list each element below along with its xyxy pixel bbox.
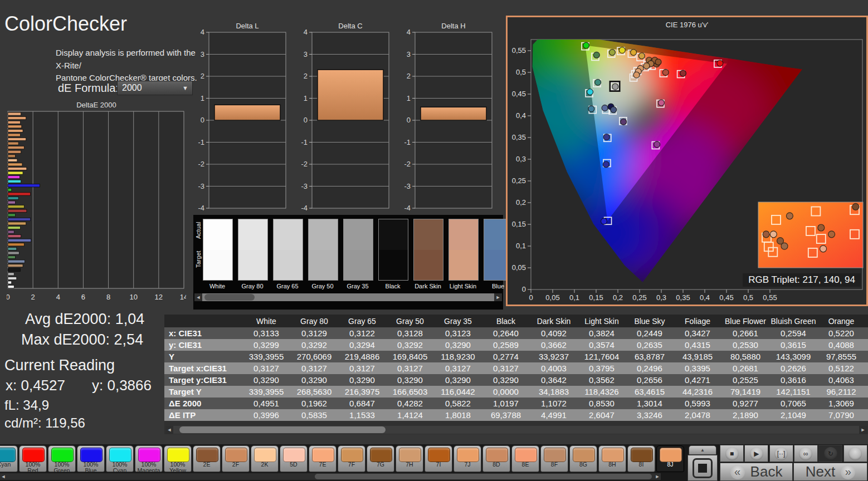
patch-swatch-black[interactable] — [378, 219, 408, 281]
table-cell: 0,3127 — [434, 362, 482, 374]
patch-swatch-white[interactable] — [203, 219, 233, 281]
table-cell: 0,209 — [865, 327, 868, 339]
page-title: ColorChecker — [4, 12, 127, 36]
patch-color-swatch — [254, 448, 276, 462]
inset-actual-point — [852, 203, 859, 210]
scroll-right-icon[interactable]: ► — [494, 293, 502, 301]
table-cell: 97,8555 — [817, 351, 865, 362]
patch-button-2f[interactable]: 2F — [222, 445, 250, 472]
range-button[interactable]: [··] — [769, 445, 793, 462]
patch-button-7h[interactable]: 7H — [396, 445, 423, 472]
table-col-header: White — [242, 315, 290, 327]
scroll-left-icon[interactable]: ◄ — [194, 293, 202, 301]
patch-swatch-gray-50[interactable] — [308, 219, 338, 281]
patch-swatch-gray-65[interactable] — [273, 219, 303, 281]
patch-button-7g[interactable]: 7G — [367, 445, 394, 472]
patch-button-8e[interactable]: 8E — [511, 445, 539, 472]
patch-button-8g[interactable]: 8G — [569, 445, 597, 472]
patch-button-8f[interactable]: 8F — [540, 445, 568, 472]
table-col-header: Bluish Green — [769, 315, 817, 327]
rgb-triplet-label: RGB Triplet: 217, 140, 94 — [743, 273, 861, 287]
blank-button[interactable] — [843, 445, 867, 462]
patch-swatch-light-skin[interactable] — [448, 219, 479, 281]
patch-button-label: 2E — [193, 462, 220, 468]
table-scroll-left-icon[interactable]: ◄ — [165, 426, 173, 434]
next-button[interactable]: Next » — [793, 463, 867, 481]
patch-swatch-label: Gray 80 — [236, 283, 269, 289]
patch-swatch-dark-skin[interactable] — [413, 219, 443, 281]
patch-button-100-green[interactable]: 100% Green — [48, 445, 76, 472]
loop-button[interactable]: ∞ — [794, 445, 818, 462]
patch-button-label: 8J — [657, 462, 684, 468]
loop-icon: ∞ — [799, 447, 812, 460]
table-scrollbar-thumb[interactable] — [179, 426, 386, 433]
pattern-window-button[interactable] — [687, 455, 718, 481]
deltae-2000-chart: 02468101214 — [7, 109, 186, 307]
patch-button-2e[interactable]: 2E — [193, 445, 221, 472]
cie-actual-point — [662, 70, 669, 76]
play-button[interactable]: ▶ — [744, 445, 768, 462]
patch-button-8h[interactable]: 8H — [598, 445, 626, 472]
table-scrollbar[interactable]: ◄ ► — [165, 426, 867, 434]
patch-button-label: 7J — [454, 462, 481, 468]
patch-button-8d[interactable]: 8D — [482, 445, 510, 472]
patch-button-5d[interactable]: 5D — [280, 445, 308, 472]
patch-button-100-yellow[interactable]: 100% Yellow — [164, 445, 192, 472]
table-cell: 0,4003 — [530, 362, 578, 374]
patch-color-swatch — [486, 448, 508, 462]
patch-button-100-red[interactable]: 100% Red — [19, 445, 47, 472]
table-cell: 0,2681 — [721, 362, 769, 374]
patch-swatch-gray-35[interactable] — [343, 219, 373, 281]
toolbar-scrollbar[interactable]: ◄ ► — [0, 473, 661, 480]
patch-button-7f[interactable]: 7F — [338, 445, 365, 472]
swatch-panel-scrollbar[interactable]: ◄ ► — [194, 293, 502, 301]
patch-button-100-blue[interactable]: 100% Blue — [77, 445, 105, 472]
svg-text:CIE 1976 u'v': CIE 1976 u'v' — [666, 21, 709, 29]
patch-button-2k[interactable]: 2K — [251, 445, 279, 472]
toolbar-scroll-left-icon[interactable]: ◄ — [0, 473, 7, 480]
table-col-header: Gray 35 — [434, 315, 482, 327]
toolbar-scrollbar-thumb[interactable] — [315, 474, 652, 479]
patch-button-7j[interactable]: 7J — [453, 445, 481, 472]
svg-text:0,5: 0,5 — [743, 293, 753, 302]
patch-button-7i[interactable]: 7I — [425, 445, 452, 472]
back-button[interactable]: « Back — [720, 463, 793, 481]
refresh-button[interactable]: ↻ — [818, 445, 842, 462]
table-row-label: Target Y — [164, 386, 242, 397]
patch-button-label: 7I — [425, 462, 452, 468]
scrollbar-thumb[interactable] — [204, 294, 255, 301]
table-scroll-right-icon[interactable]: ► — [859, 426, 867, 434]
table-cell: 44,2316 — [674, 386, 721, 397]
svg-text:8: 8 — [106, 293, 110, 301]
svg-text:0,45: 0,45 — [512, 90, 526, 98]
patch-color-swatch — [515, 448, 537, 462]
deltaH-chart-plot: Delta H-4-3-2-101234 — [398, 21, 493, 217]
patch-swatch-gray-80[interactable] — [238, 219, 268, 281]
toolbar-scroll-right-icon[interactable]: ► — [654, 473, 661, 480]
patch-button-100-cyan[interactable]: 100% Cyan — [106, 445, 134, 472]
patch-button-cyan[interactable]: Cyan — [0, 445, 18, 472]
table-cell: 0,3129 — [290, 327, 338, 339]
patch-button-7e[interactable]: 7E — [309, 445, 337, 472]
patch-button-8i[interactable]: 8I — [627, 445, 655, 472]
patch-color-swatch — [312, 448, 334, 462]
table-cell: 0,3128 — [386, 327, 434, 339]
patch-button-100-magenta[interactable]: 100% Magenta — [135, 445, 163, 472]
cie-actual-point — [654, 141, 660, 148]
deltae-2000-plot: 02468101214 — [7, 109, 186, 305]
de-formula-dropdown[interactable]: 2000 ▼ — [117, 81, 193, 95]
inset-actual-point — [818, 224, 825, 231]
table-cell: 1,3069 — [817, 397, 865, 409]
table-col-header: Blue Flower — [721, 315, 769, 327]
svg-text:4: 4 — [56, 293, 60, 301]
svg-text:1: 1 — [201, 94, 204, 102]
toolbar-expand-button[interactable]: ▲ — [689, 445, 716, 455]
current-reading-label: Current Reading — [4, 357, 115, 374]
cie-actual-point — [611, 107, 617, 113]
reading-x: x: 0,4527 — [6, 377, 65, 394]
cie-actual-point — [603, 134, 609, 140]
table-row-label: y: CIE31 — [164, 339, 242, 351]
patch-button-8j[interactable]: 8J — [656, 445, 684, 472]
svg-text:0,3: 0,3 — [516, 155, 526, 163]
stop-button[interactable]: ■ — [720, 445, 744, 462]
